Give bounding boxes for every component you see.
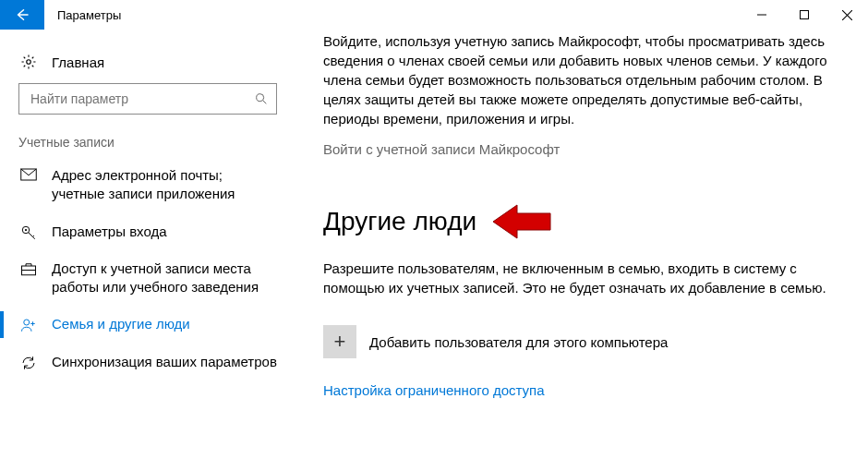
svg-point-5 [257,94,264,102]
sidebar-item-email[interactable]: Адрес электронной почты; учетные записи … [0,157,295,213]
sidebar-group-label: Учетные записи [0,131,295,157]
maximize-button[interactable] [783,0,826,30]
briefcase-icon [18,261,39,276]
search-box[interactable] [18,83,277,115]
svg-point-14 [24,320,30,325]
sync-icon [18,355,39,371]
minimize-button[interactable] [741,0,783,30]
sidebar-item-family[interactable]: Семья и другие люди [0,306,295,343]
add-user-button[interactable]: + Добавить пользователя для этого компью… [323,325,831,358]
sidebar-home-label: Главная [52,54,104,70]
add-user-label: Добавить пользователя для этого компьюте… [369,334,668,350]
sidebar-item-label: Семья и другие люди [52,315,190,333]
sidebar-item-sync[interactable]: Синхронизация ваших параметров [0,344,295,380]
key-icon [18,224,39,241]
other-people-header: Другие люди [323,201,831,242]
window-title: Параметры [44,0,741,30]
svg-line-6 [263,101,266,103]
family-intro-text: Войдите, используя учетную запись Майкро… [323,31,831,128]
sidebar-item-label: Параметры входа [52,223,167,241]
main-panel: Войдите, используя учетную запись Майкро… [295,30,868,471]
sidebar-item-label: Адрес электронной почты; учетные записи … [52,166,277,204]
close-button[interactable] [826,0,868,30]
people-icon [18,317,39,333]
sidebar-item-label: Доступ к учетной записи места работы или… [52,260,277,297]
window-controls [741,0,868,30]
arrow-left-icon [14,6,30,23]
svg-point-4 [27,60,31,65]
svg-line-11 [33,236,35,237]
svg-marker-17 [493,205,550,238]
svg-point-9 [25,228,27,230]
sidebar: Главная Учетные записи Адрес электронной… [0,30,295,471]
gear-icon [18,54,39,70]
back-button[interactable] [0,0,44,30]
title-bar: Параметры [0,0,868,30]
signin-link[interactable]: Войти с учетной записи Майкрософт [323,141,831,157]
other-people-desc: Разрешите пользователям, не включенным в… [323,259,831,297]
mail-icon [18,168,39,181]
sidebar-item-signin[interactable]: Параметры входа [0,213,295,250]
sidebar-item-label: Синхронизация ваших параметров [52,353,277,371]
sidebar-item-work[interactable]: Доступ к учетной записи места работы или… [0,250,295,307]
other-people-title: Другие люди [323,207,476,236]
sidebar-home[interactable]: Главная [0,48,295,83]
search-input[interactable] [29,91,254,107]
svg-rect-1 [801,11,809,19]
red-arrow-annotation [489,201,556,242]
plus-icon: + [323,325,356,358]
search-icon [254,91,269,106]
restricted-access-link[interactable]: Настройка ограниченного доступа [323,382,831,398]
